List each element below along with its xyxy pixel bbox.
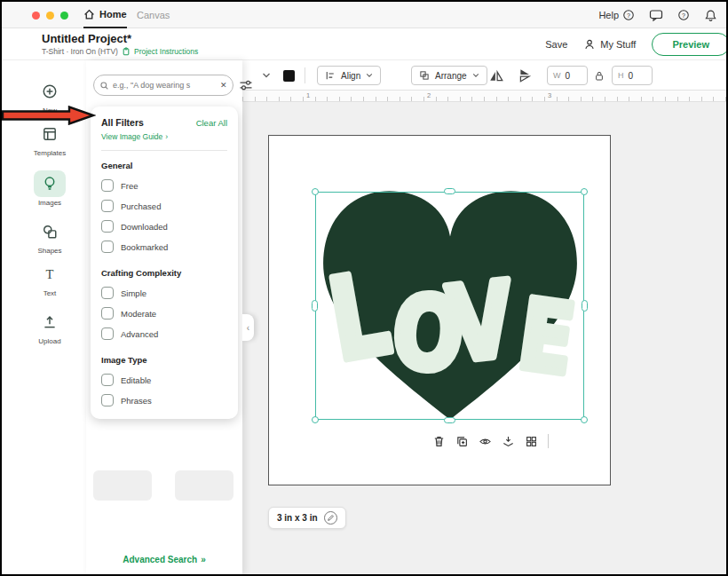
filter-option-moderate[interactable]: Moderate bbox=[101, 307, 227, 320]
sidebar-item-upload[interactable]: Upload bbox=[27, 309, 73, 345]
resize-handle-left[interactable] bbox=[312, 300, 318, 312]
feedback-icon[interactable] bbox=[649, 8, 663, 22]
chevron-right-icon: › bbox=[165, 132, 168, 141]
checkbox-phrases[interactable] bbox=[101, 394, 114, 406]
person-icon bbox=[583, 38, 596, 51]
align-label: Align bbox=[341, 71, 360, 81]
tab-home[interactable]: Home bbox=[83, 2, 127, 28]
my-stuff-button[interactable]: My Stuff bbox=[583, 38, 636, 51]
tab-canvas[interactable]: Canvas bbox=[137, 2, 170, 28]
sidebar-label-shapes: Shapes bbox=[27, 247, 73, 255]
filter-option-phrases[interactable]: Phrases bbox=[101, 394, 227, 406]
save-button[interactable]: Save bbox=[545, 39, 567, 50]
shapes-icon bbox=[42, 224, 58, 240]
text-icon: T bbox=[42, 266, 58, 282]
collapse-panel-button[interactable]: ‹ bbox=[242, 314, 254, 341]
traffic-lights bbox=[32, 12, 68, 20]
align-dropdown[interactable]: Align bbox=[317, 66, 381, 85]
filters-sliders-icon[interactable] bbox=[239, 78, 253, 92]
view-image-guide-label: View Image Guide bbox=[101, 132, 162, 141]
width-input[interactable]: W 0 bbox=[547, 66, 588, 85]
filter-option-advanced[interactable]: Advanced bbox=[101, 327, 227, 340]
checkbox-simple[interactable] bbox=[101, 287, 114, 299]
close-window-button[interactable] bbox=[32, 12, 40, 20]
question-icon[interactable]: ? bbox=[677, 9, 690, 21]
new-plus-icon bbox=[42, 83, 58, 99]
my-stuff-label: My Stuff bbox=[600, 39, 636, 50]
resize-handle-bottom-left[interactable] bbox=[312, 416, 319, 423]
height-input[interactable]: H 0 bbox=[612, 66, 653, 85]
filter-section-general-title: General bbox=[101, 161, 227, 170]
resize-handle-top-right[interactable] bbox=[581, 188, 588, 195]
project-instructions-link[interactable]: Project Instructions bbox=[134, 47, 198, 56]
flatten-icon[interactable] bbox=[502, 435, 515, 448]
search-input[interactable] bbox=[113, 81, 217, 90]
flip-horizontal-button[interactable] bbox=[488, 60, 504, 91]
chevron-left-icon: ‹ bbox=[247, 323, 249, 333]
checkbox-advanced[interactable] bbox=[101, 327, 114, 340]
checkbox-free[interactable] bbox=[101, 179, 114, 192]
project-title: Untitled Project* bbox=[42, 32, 131, 45]
svg-text:T: T bbox=[46, 267, 54, 281]
image-result-placeholder[interactable] bbox=[175, 470, 233, 501]
home-icon bbox=[83, 9, 95, 20]
checkbox-moderate[interactable] bbox=[101, 307, 114, 320]
sidebar-label-upload: Upload bbox=[27, 337, 73, 345]
sidebar-item-new[interactable]: New bbox=[27, 78, 73, 114]
arrange-icon bbox=[419, 70, 430, 81]
resize-handle-top[interactable] bbox=[444, 188, 455, 194]
preview-button[interactable]: Preview bbox=[652, 33, 728, 56]
header-actions: Save My Stuff Preview bbox=[545, 28, 726, 60]
color-swatch[interactable] bbox=[283, 70, 295, 82]
arrange-dropdown[interactable]: Arrange bbox=[411, 66, 487, 85]
sidebar-item-shapes[interactable]: Shapes bbox=[27, 218, 73, 255]
lock-aspect-button[interactable] bbox=[594, 60, 605, 91]
flip-vertical-button[interactable] bbox=[518, 60, 534, 91]
checkbox-bookmarked[interactable] bbox=[101, 241, 114, 253]
sidebar-item-images[interactable]: Images bbox=[27, 170, 73, 207]
view-image-guide-link[interactable]: View Image Guide › bbox=[101, 132, 227, 141]
resize-handle-top-left[interactable] bbox=[312, 188, 319, 195]
chevron-down-icon bbox=[472, 72, 479, 79]
filter-option-simple[interactable]: Simple bbox=[101, 287, 227, 299]
filter-option-bookmarked[interactable]: Bookmarked bbox=[101, 241, 227, 253]
project-subtitle-row: T-Shirt · Iron On (HTV) Project Instruct… bbox=[42, 47, 198, 56]
design-canvas[interactable]: L O V E bbox=[242, 102, 726, 574]
divider bbox=[548, 434, 549, 448]
image-result-placeholder[interactable] bbox=[93, 470, 152, 501]
checkbox-downloaded[interactable] bbox=[101, 220, 114, 233]
zoom-window-button[interactable] bbox=[60, 12, 68, 20]
app-window: Home Canvas Help ? ? Untitled Project bbox=[0, 0, 728, 576]
duplicate-icon[interactable] bbox=[455, 435, 469, 448]
mat-size-chip: 3 in x 3 in bbox=[268, 507, 346, 529]
checkbox-purchased[interactable] bbox=[101, 200, 114, 212]
filter-option-downloaded[interactable]: Downloaded bbox=[101, 220, 227, 233]
resize-handle-bottom[interactable] bbox=[444, 417, 455, 423]
chevron-down-icon bbox=[366, 72, 373, 79]
artboard[interactable]: L O V E bbox=[268, 135, 611, 485]
resize-handle-bottom-right[interactable] bbox=[581, 416, 588, 423]
edit-size-button[interactable] bbox=[324, 511, 337, 525]
align-icon bbox=[325, 70, 336, 81]
minimize-window-button[interactable] bbox=[46, 12, 54, 20]
hidden-dropdown-chevron[interactable] bbox=[262, 60, 271, 91]
sidebar-item-text[interactable]: T Text bbox=[27, 261, 73, 297]
filter-option-purchased[interactable]: Purchased bbox=[101, 200, 227, 212]
hide-eye-icon[interactable] bbox=[479, 435, 492, 448]
help-button[interactable]: Help ? bbox=[598, 9, 635, 21]
advanced-search-link[interactable]: Advanced Search bbox=[123, 555, 197, 564]
sidebar: New Templates Images Shapes T Text bbox=[27, 60, 73, 574]
filter-option-editable[interactable]: Editable bbox=[101, 374, 227, 386]
divider bbox=[101, 150, 227, 151]
delete-icon[interactable] bbox=[432, 435, 446, 448]
ruler-tick-3: 3 bbox=[548, 91, 551, 99]
clear-all-link[interactable]: Clear All bbox=[196, 118, 227, 128]
selection-bounding-box[interactable] bbox=[315, 192, 584, 420]
checkbox-editable[interactable] bbox=[101, 374, 114, 386]
notifications-bell-icon[interactable] bbox=[704, 9, 717, 22]
resize-handle-right[interactable] bbox=[582, 300, 588, 312]
sidebar-item-templates[interactable]: Templates bbox=[27, 121, 73, 157]
color-sync-icon[interactable] bbox=[525, 435, 538, 448]
filter-option-free[interactable]: Free bbox=[101, 179, 227, 192]
clear-search-icon[interactable]: ✕ bbox=[220, 81, 227, 90]
